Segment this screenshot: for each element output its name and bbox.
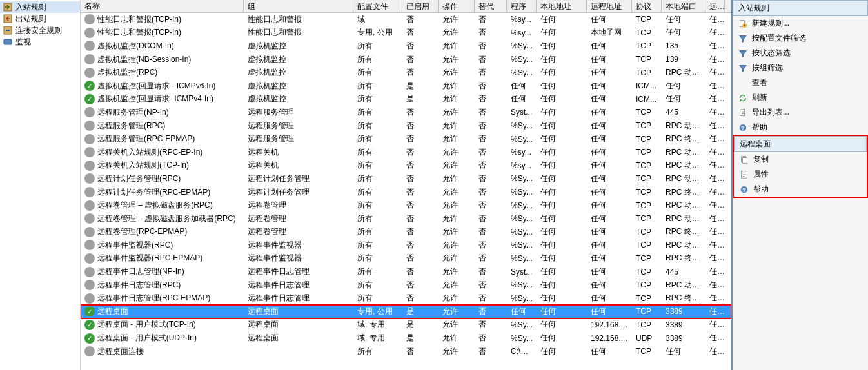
- nav-item-2[interactable]: 连接安全规则: [0, 24, 80, 36]
- col-header[interactable]: 协议: [632, 0, 662, 12]
- action-新建规则...[interactable]: 新建规则...: [733, 16, 868, 31]
- rule-name: 远程事件日志管理(RPC): [97, 280, 181, 291]
- cell-remote-addr: 任何: [587, 306, 632, 317]
- svg-rect-3: [4, 39, 12, 44]
- filter-icon: [738, 63, 748, 73]
- cell-enabled: 否: [402, 240, 439, 251]
- col-header[interactable]: 本地地址: [537, 0, 587, 12]
- table-row[interactable]: 远程计划任务管理(RPC)远程计划任务管理所有否允许否%Sy...任何任何TCP…: [81, 172, 731, 186]
- table-row[interactable]: 远程服务管理(NP-In)远程服务管理所有否允许否Syst...任何任何TCP4…: [81, 106, 731, 119]
- table-row[interactable]: 远程事件监视器(RPC-EPMAP)远程事件监视器所有否允许否%Sy...任何任…: [81, 252, 731, 266]
- col-header[interactable]: 程序: [507, 0, 537, 12]
- col-header[interactable]: 已启用: [402, 0, 439, 12]
- table-row[interactable]: 虚拟机监控(NB-Session-In)虚拟机监控所有否允许否%Sy...任何任…: [81, 53, 731, 66]
- action-查看[interactable]: 查看: [733, 75, 868, 90]
- help-icon: ?: [739, 184, 749, 195]
- rule-name: 远程事件监视器(RPC-EPMAP): [97, 253, 202, 264]
- table-row[interactable]: 远程事件监视器(RPC)远程事件监视器所有否允许否%Sy...任何任何TCPRP…: [81, 239, 731, 252]
- col-header[interactable]: 远...: [705, 0, 725, 12]
- table-row[interactable]: ✓远程桌面 - 用户模式(UDP-In)远程桌面域, 专用是允许否%Sy...任…: [81, 331, 731, 345]
- table-row[interactable]: ✓虚拟机监控(回显请求- ICMPv4-In)虚拟机监控所有是允许否任何任何任何…: [81, 93, 731, 106]
- cell-profile: 所有: [353, 67, 402, 78]
- cell-local-port: RPC 终结...: [662, 226, 705, 237]
- table-row[interactable]: 远程事件日志管理(NP-In)远程事件日志管理所有否允许否Syst...任何任何…: [81, 265, 731, 278]
- col-header[interactable]: 名称: [81, 0, 244, 12]
- table-row[interactable]: 远程卷管理 – 虚拟磁盘服务加载器(RPC)远程卷管理所有否允许否%Sy...任…: [81, 212, 731, 226]
- action-按组筛选[interactable]: 按组筛选: [733, 61, 868, 75]
- table-row[interactable]: ✓远程桌面 - 用户模式(TCP-In)远程桌面域, 专用是允许否%Sy...任…: [81, 318, 731, 332]
- action-属性[interactable]: 属性: [734, 167, 867, 182]
- cell-program: %Sy...: [507, 240, 537, 249]
- cell-program: %sy...: [507, 15, 537, 24]
- table-row[interactable]: 远程关机入站规则(TCP-In)远程关机所有否允许否%sy...任何任何TCPR…: [81, 159, 731, 173]
- rule-name: 虚拟机监控(NB-Session-In): [97, 54, 191, 65]
- cell-protocol: TCP: [632, 15, 662, 24]
- cell-action: 允许: [439, 226, 475, 237]
- table-row[interactable]: ✓远程桌面远程桌面专用, 公用是允许否任何任何任何TCP3389任...: [81, 305, 731, 318]
- action-导出列表...[interactable]: 导出列表...: [733, 105, 868, 120]
- blank-icon: [738, 78, 748, 88]
- cell-remote-port: 任...: [705, 160, 725, 171]
- cell-override: 否: [475, 226, 507, 237]
- table-row[interactable]: 远程计划任务管理(RPC-EPMAP)远程计划任务管理所有否允许否%Sy...任…: [81, 186, 731, 199]
- table-row[interactable]: 性能日志和警报(TCP-In)性能日志和警报专用, 公用否允许否%sy...任何…: [81, 26, 731, 40]
- cell-override: 否: [475, 280, 507, 291]
- nav-label: 监视: [15, 37, 31, 48]
- cell-action: 允许: [439, 121, 475, 131]
- cell-program: 任何: [507, 93, 537, 104]
- cell-override: 否: [475, 81, 507, 92]
- nav-item-0[interactable]: 入站规则: [0, 1, 80, 13]
- cell-local-addr: 任何: [537, 133, 587, 144]
- cell-protocol: TCP: [632, 161, 662, 170]
- cell-protocol: TCP: [632, 214, 662, 223]
- action-复制[interactable]: 复制: [734, 152, 867, 167]
- cell-group: 远程服务管理: [244, 133, 353, 144]
- cell-protocol: TCP: [632, 108, 662, 117]
- rule-name: 远程计划任务管理(RPC): [97, 173, 181, 184]
- nav-item-3[interactable]: 监视: [0, 36, 80, 48]
- table-row[interactable]: 性能日志和警报(TCP-In)性能日志和警报域否允许否%sy...任何任何TCP…: [81, 13, 731, 26]
- enabled-icon: ✓: [84, 81, 95, 91]
- cell-override: 否: [475, 266, 507, 277]
- action-按配置文件筛选[interactable]: 按配置文件筛选: [733, 31, 868, 46]
- table-row[interactable]: 虚拟机监控(DCOM-In)虚拟机监控所有否允许否%Sy...任何任何TCP13…: [81, 39, 731, 53]
- table-row[interactable]: 远程卷管理 – 虚拟磁盘服务(RPC)远程卷管理所有否允许否%Sy...任何任何…: [81, 199, 731, 212]
- action-帮助[interactable]: ?帮助: [733, 120, 868, 135]
- table-row[interactable]: 远程卷管理(RPC-EPMAP)远程卷管理所有否允许否%Sy...任何任何TCP…: [81, 226, 731, 239]
- action-label: 帮助: [753, 184, 769, 195]
- table-row[interactable]: ✓虚拟机监控(回显请求 - ICMPv6-In)虚拟机监控所有是允许否任何任何任…: [81, 79, 731, 93]
- out-icon: [3, 14, 13, 24]
- nav-item-1[interactable]: 出站规则: [0, 13, 80, 24]
- col-header[interactable]: 远程地址: [587, 0, 632, 12]
- cell-group: 远程卷管理: [244, 200, 353, 211]
- table-row[interactable]: 远程事件日志管理(RPC)远程事件日志管理所有否允许否%Sy...任何任何TCP…: [81, 278, 731, 292]
- rule-name: 性能日志和警报(TCP-In): [97, 14, 181, 25]
- action-刷新[interactable]: 刷新: [733, 90, 868, 105]
- table-row[interactable]: 远程事件日志管理(RPC-EPMAP)远程事件日志管理所有否允许否%Sy...任…: [81, 291, 731, 305]
- table-row[interactable]: 虚拟机监控(RPC)虚拟机监控所有否允许否%Sy...任何任何TCPRPC 动态…: [81, 66, 731, 79]
- action-按状态筛选[interactable]: 按状态筛选: [733, 46, 868, 61]
- cell-remote-addr: 任何: [587, 213, 632, 224]
- table-row[interactable]: 远程服务管理(RPC-EPMAP)远程服务管理所有否允许否%Sy...任何任何T…: [81, 132, 731, 146]
- action-帮助[interactable]: ?帮助: [734, 182, 867, 197]
- cell-local-addr: 任何: [537, 226, 587, 237]
- cell-group: 性能日志和警报: [244, 14, 353, 25]
- col-header[interactable]: 操作: [439, 0, 475, 12]
- table-row[interactable]: 远程桌面连接所有否允许否C:\W...任何任何TCP任何任...: [81, 345, 731, 358]
- col-header[interactable]: 本地端口: [662, 0, 705, 12]
- col-header[interactable]: 替代: [475, 0, 507, 12]
- table-row[interactable]: 远程服务管理(RPC)远程服务管理所有否允许否%Sy...任何任何TCPRPC …: [81, 119, 731, 133]
- cell-enabled: 否: [402, 121, 439, 131]
- col-header[interactable]: 组: [244, 0, 353, 12]
- cell-enabled: 否: [402, 160, 439, 171]
- cell-local-addr: 任何: [537, 81, 587, 92]
- cell-group: 虚拟机监控: [244, 41, 353, 52]
- cell-override: 否: [475, 213, 507, 224]
- table-row[interactable]: 远程关机入站规则(RPC-EP-In)远程关机所有否允许否%sy...任何任何T…: [81, 146, 731, 159]
- cell-profile: 所有: [353, 266, 402, 277]
- col-header[interactable]: 配置文件: [353, 0, 402, 12]
- mon-icon: [3, 37, 13, 47]
- cell-enabled: 否: [402, 200, 439, 211]
- cell-protocol: TCP: [632, 201, 662, 210]
- cell-override: 否: [475, 333, 507, 344]
